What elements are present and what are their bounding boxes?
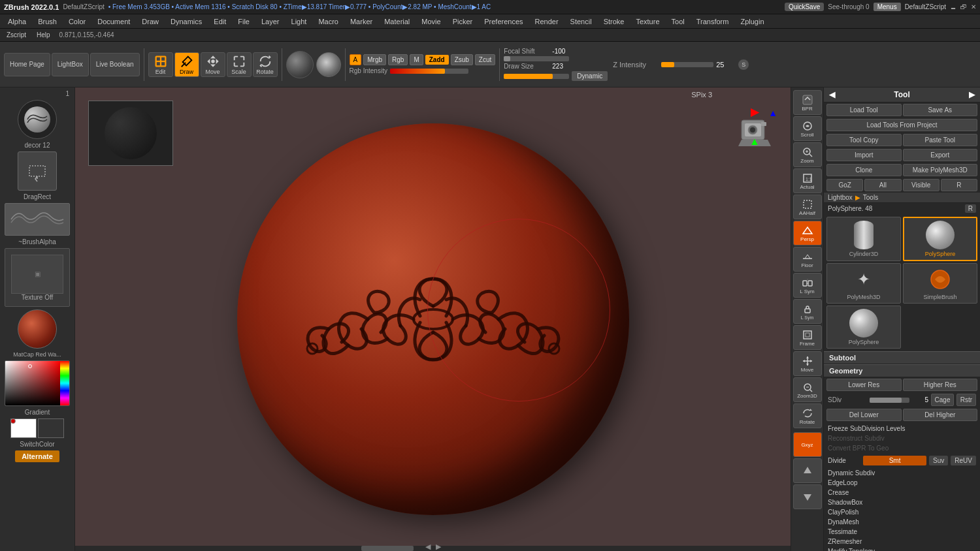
lower-res-btn[interactable]: Lower Res: [826, 379, 902, 391]
rotate-3d-btn[interactable]: Rotate: [793, 403, 822, 428]
menu-render[interactable]: Render: [530, 16, 564, 27]
rgb-intensity-slider[interactable]: [390, 69, 468, 74]
freeze-subdiv-btn[interactable]: Freeze SubDivision Levels: [828, 425, 905, 432]
aahalf-btn[interactable]: AAHalf: [793, 195, 822, 219]
up-btn[interactable]: [793, 458, 822, 483]
clone-btn[interactable]: Clone: [826, 164, 902, 176]
scroll-left-btn[interactable]: ◀: [425, 543, 431, 551]
live-boolean-btn[interactable]: Live Boolean: [90, 53, 140, 76]
persp-btn[interactable]: Persp: [793, 221, 822, 245]
menu-material[interactable]: Material: [379, 16, 415, 27]
menu-picker[interactable]: Picker: [448, 16, 478, 27]
menu-file[interactable]: File: [233, 16, 255, 27]
menu-alpha[interactable]: Alpha: [3, 16, 31, 27]
make-polymesh-btn[interactable]: Make PolyMesh3D: [903, 164, 978, 176]
lsym-btn[interactable]: L Sym: [793, 273, 822, 298]
dragrect-icon[interactable]: [18, 151, 57, 191]
close-icon[interactable]: ✕: [971, 3, 976, 10]
floor-btn[interactable]: Floor: [793, 247, 822, 272]
zoom3d-btn[interactable]: Zoom3D: [793, 377, 822, 402]
copy-tool-btn[interactable]: Tool Copy: [826, 134, 902, 146]
reconstruct-subdiv-btn[interactable]: Reconstruct Subdiv: [828, 435, 885, 442]
higher-res-btn[interactable]: Higher Res: [903, 379, 978, 391]
smt-btn[interactable]: Smt: [863, 456, 926, 465]
dynamesh-btn[interactable]: DynaMesh: [828, 518, 859, 526]
menu-help[interactable]: Help: [33, 31, 54, 39]
menu-marker[interactable]: Marker: [345, 16, 378, 27]
scale-btn[interactable]: Scale: [227, 52, 252, 77]
mrgb-btn[interactable]: Mrgb: [363, 54, 386, 65]
cylinder3d-item[interactable]: Cylinder3D: [826, 217, 901, 261]
modify-topology-btn[interactable]: Modify Topology: [828, 548, 875, 551]
horizontal-scrollbar[interactable]: ◀ ▶: [75, 546, 791, 551]
suv-btn[interactable]: Suv: [929, 456, 948, 465]
menus-btn[interactable]: Menus: [874, 3, 901, 11]
load-tool-btn[interactable]: Load Tool: [826, 104, 902, 116]
home-page-btn[interactable]: Home Page: [4, 53, 50, 76]
import-btn[interactable]: Import: [826, 149, 902, 161]
color-picker[interactable]: [5, 360, 70, 406]
scrollbar-thumb[interactable]: [361, 546, 414, 551]
floor-orb[interactable]: [316, 52, 341, 77]
zoom-btn[interactable]: Zoom: [793, 142, 822, 167]
menu-brush[interactable]: Brush: [33, 16, 62, 27]
menu-document[interactable]: Document: [92, 16, 135, 27]
dynamic-btn[interactable]: Dynamic: [572, 71, 608, 81]
zadd-btn[interactable]: Zadd: [425, 55, 449, 65]
edgeloop-btn[interactable]: EdgeLoop: [828, 479, 858, 486]
menu-color[interactable]: Color: [63, 16, 91, 27]
brush-alpha-preview[interactable]: [5, 203, 70, 236]
menu-macro[interactable]: Macro: [313, 16, 344, 27]
lightbox-tools-row[interactable]: Lightbox ▶ Tools: [824, 193, 980, 203]
all-btn[interactable]: All: [864, 179, 901, 191]
m-btn[interactable]: M: [410, 54, 423, 65]
focal-shift-slider[interactable]: [504, 56, 569, 61]
matcap-preview[interactable]: [18, 309, 57, 349]
shadowbox-btn[interactable]: ShadowBox: [828, 499, 862, 506]
load-tools-project-btn[interactable]: Load Tools From Project: [826, 119, 977, 131]
rotate-btn[interactable]: Rotate: [253, 52, 278, 77]
menu-movie[interactable]: Movie: [416, 16, 446, 27]
material-sphere[interactable]: [286, 51, 314, 78]
tool-panel-collapse-right[interactable]: ▶: [969, 90, 975, 99]
move-3d-btn[interactable]: Move: [793, 351, 822, 376]
r-btn[interactable]: R: [941, 179, 977, 191]
down-btn[interactable]: [793, 484, 822, 509]
paste-tool-btn[interactable]: Paste Tool: [903, 134, 978, 146]
viewport[interactable]: SPix 3 ▶ ▲: [75, 87, 791, 551]
draw-size-slider[interactable]: [504, 74, 569, 79]
background-swatch[interactable]: [38, 418, 64, 438]
claypolish-btn[interactable]: ClayPolish: [828, 509, 858, 516]
minimize-icon[interactable]: 🗕: [950, 3, 956, 10]
visible-btn[interactable]: Visible: [903, 179, 939, 191]
actual-btn[interactable]: 1:1 Actual: [793, 168, 822, 193]
z-intensity-slider[interactable]: [661, 62, 713, 67]
scroll-btn[interactable]: Scroll: [793, 116, 822, 141]
menu-light[interactable]: Light: [286, 16, 312, 27]
sdiv-slider[interactable]: [870, 398, 909, 403]
crease-btn[interactable]: Crease: [828, 489, 849, 496]
quicksave-btn[interactable]: QuickSave: [785, 3, 824, 11]
alternate-btn[interactable]: Alternate: [15, 450, 59, 462]
edit-btn[interactable]: Edit: [148, 52, 173, 77]
geometry-header[interactable]: Geometry: [824, 364, 980, 377]
s-toggle[interactable]: S: [738, 59, 749, 70]
goz-btn[interactable]: GoZ: [826, 179, 863, 191]
cage-btn[interactable]: Cage: [931, 394, 954, 406]
del-higher-btn[interactable]: Del Higher: [903, 409, 978, 421]
menu-edit[interactable]: Edit: [208, 16, 231, 27]
lightbox-btn[interactable]: LightBox: [52, 53, 89, 76]
canvas-area[interactable]: SPix 3 ▶ ▲: [75, 87, 791, 551]
del-lower-btn[interactable]: Del Lower: [826, 409, 902, 421]
menu-preferences[interactable]: Preferences: [479, 16, 528, 27]
zsub-btn[interactable]: Zsub: [451, 54, 473, 65]
polymesh3d-item[interactable]: ✦ PolyMesh3D: [826, 263, 901, 304]
dynamic-subdiv-btn[interactable]: Dynamic Subdiv: [828, 469, 875, 477]
menu-stencil[interactable]: Stencil: [565, 16, 597, 27]
tessimate-btn[interactable]: Tessimate: [828, 528, 857, 535]
local-sym-btn[interactable]: L Sym: [793, 299, 822, 324]
export-btn[interactable]: Export: [903, 149, 978, 161]
menu-transform[interactable]: Transform: [691, 16, 734, 27]
canvas-thumbnail[interactable]: [88, 101, 173, 166]
menu-texture[interactable]: Texture: [630, 16, 664, 27]
